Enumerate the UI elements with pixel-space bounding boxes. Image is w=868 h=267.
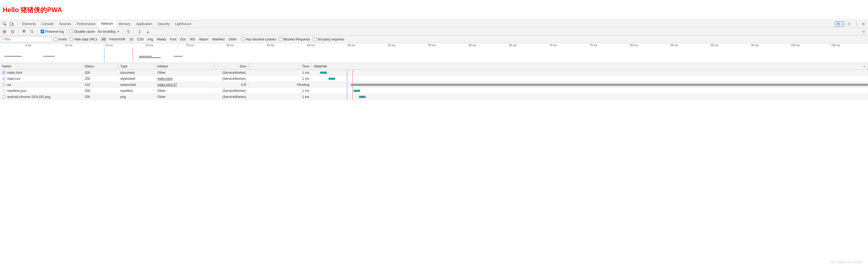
preserve-log-checkbox[interactable]: Preserve log <box>41 30 64 33</box>
cell-type: stylesheet <box>118 76 155 81</box>
issues-badge[interactable]: 1 <box>835 22 845 26</box>
type-filters: AllFetch/XHRJSCSSImgMediaFontDocWSWasmMa… <box>100 37 239 42</box>
search-icon[interactable] <box>29 29 35 34</box>
cell-waterfall <box>312 88 868 94</box>
tab-memory[interactable]: Memory <box>116 20 133 28</box>
cell-status: 101 <box>83 82 118 87</box>
timeline-tick: 30 ms <box>226 44 234 47</box>
timeline-tick: 105 ms <box>831 44 840 47</box>
type-filter-img[interactable]: Img <box>146 37 155 42</box>
svg-point-9 <box>4 31 5 32</box>
timeline-overview[interactable]: 5 ms10 ms15 ms20 ms25 ms30 ms35 ms40 ms4… <box>0 43 868 63</box>
file-icon <box>2 71 5 74</box>
clear-icon[interactable] <box>10 29 16 34</box>
has-blocked-cookies-checkbox[interactable]: Has blocked cookies <box>241 37 276 41</box>
cell-initiator: index.html <box>155 76 214 81</box>
invert-label: Invert <box>59 37 67 41</box>
cell-waterfall <box>312 82 868 88</box>
cell-status: 200 <box>83 70 118 75</box>
timeline-tick: 100 ms <box>791 44 800 47</box>
cell-name: index.html <box>0 70 83 75</box>
col-name[interactable]: Name <box>0 63 83 69</box>
type-filter-other[interactable]: Other <box>227 37 239 42</box>
third-party-checkbox[interactable]: 3rd-party requests <box>313 37 344 41</box>
separator <box>134 29 134 34</box>
table-row[interactable]: ws101websocketindex.html:370 BPending <box>0 82 868 88</box>
cell-size: (ServiceWorker) <box>214 88 249 94</box>
cell-initiator: index.html:37 <box>155 82 214 87</box>
cell-name: android-chrome-192x192.png <box>0 94 83 100</box>
col-type[interactable]: Type <box>118 63 155 69</box>
type-filter-fetch-xhr[interactable]: Fetch/XHR <box>108 37 127 42</box>
tab-console[interactable]: Console <box>39 20 56 28</box>
col-status[interactable]: Status <box>83 63 118 69</box>
file-icon <box>2 89 5 92</box>
more-icon[interactable] <box>853 21 859 27</box>
blocked-requests-checkbox[interactable]: Blocked Requests <box>279 37 310 41</box>
type-filter-all[interactable]: All <box>100 37 107 42</box>
tab-performance[interactable]: Performance <box>74 20 98 28</box>
type-filter-font[interactable]: Font <box>168 37 178 42</box>
tab-sources[interactable]: Sources <box>56 20 74 28</box>
disable-cache-checkbox[interactable]: Disable cache <box>69 30 95 33</box>
device-toolbar-icon[interactable] <box>9 21 15 27</box>
col-time[interactable]: Time <box>249 63 312 69</box>
wifi-icon[interactable] <box>126 29 131 34</box>
timeline-tick: 20 ms <box>146 44 153 47</box>
tab-lighthouse[interactable]: Lighthouse <box>172 20 194 28</box>
cell-type: websocket <box>118 82 155 87</box>
cell-waterfall <box>312 70 868 76</box>
initiator-text[interactable]: index.html:37 <box>157 83 177 87</box>
preserve-log-label: Preserve log <box>45 30 64 33</box>
tab-network[interactable]: Network <box>98 20 116 28</box>
upload-icon[interactable] <box>137 29 142 34</box>
type-filter-media[interactable]: Media <box>155 37 167 42</box>
type-filter-css[interactable]: CSS <box>135 37 146 42</box>
cell-time: 1 ms <box>249 94 312 100</box>
table-row[interactable]: main.css200stylesheetindex.html(ServiceW… <box>0 76 868 82</box>
record-icon[interactable] <box>2 29 7 34</box>
cell-time: 1 ms <box>249 88 312 94</box>
cell-status: 200 <box>83 94 118 100</box>
network-table-header: Name Status Type Initiator Size Time Wat… <box>0 63 868 70</box>
network-settings-icon[interactable] <box>861 29 866 34</box>
filter-icon[interactable] <box>21 29 27 34</box>
waterfall-bar <box>320 72 327 74</box>
tab-elements[interactable]: Elements <box>20 20 39 28</box>
type-filter-doc[interactable]: Doc <box>179 37 188 42</box>
inspect-element-icon[interactable] <box>2 21 8 27</box>
col-initiator[interactable]: Initiator <box>155 63 214 69</box>
cell-time: 1 ms <box>249 70 312 75</box>
download-icon[interactable] <box>145 29 151 34</box>
svg-point-6 <box>856 23 857 24</box>
devtools-tabs-bar: ElementsConsoleSourcesPerformanceNetwork… <box>0 20 868 28</box>
tab-security[interactable]: Security <box>155 20 172 28</box>
tabs-container: ElementsConsoleSourcesPerformanceNetwork… <box>20 20 194 28</box>
type-filter-ws[interactable]: WS <box>188 37 197 42</box>
cell-status: 200 <box>83 76 118 81</box>
col-waterfall[interactable]: Waterfall▲ <box>312 63 868 69</box>
svg-point-13 <box>863 31 864 32</box>
tab-application[interactable]: Application <box>133 20 155 28</box>
filter-input[interactable] <box>2 36 51 42</box>
svg-rect-17 <box>3 89 5 92</box>
settings-icon[interactable] <box>846 21 852 27</box>
throttling-select[interactable]: No throttling ▼ <box>98 30 120 33</box>
file-name: main.css <box>7 77 20 81</box>
table-row[interactable]: index.html200documentOther(ServiceWorker… <box>0 70 868 76</box>
cell-initiator: Other <box>155 70 214 75</box>
col-size[interactable]: Size <box>214 63 249 69</box>
file-name: android-chrome-192x192.png <box>7 95 50 99</box>
invert-checkbox[interactable]: Invert <box>54 37 67 41</box>
type-filter-manifest[interactable]: Manifest <box>210 37 226 42</box>
type-filter-wasm[interactable]: Wasm <box>197 37 210 42</box>
hide-data-urls-checkbox[interactable]: Hide data URLs <box>69 37 97 41</box>
initiator-text[interactable]: index.html <box>157 77 173 81</box>
timeline-tick: 10 ms <box>65 44 72 47</box>
cell-name: ws <box>0 82 83 87</box>
type-filter-js[interactable]: JS <box>128 37 135 42</box>
close-icon[interactable] <box>860 21 866 27</box>
devtools-panel: ElementsConsoleSourcesPerformanceNetwork… <box>0 20 868 100</box>
table-row[interactable]: manifest.json200manifestOther(ServiceWor… <box>0 88 868 94</box>
table-row[interactable]: android-chrome-192x192.png200pngOther(Se… <box>0 94 868 100</box>
